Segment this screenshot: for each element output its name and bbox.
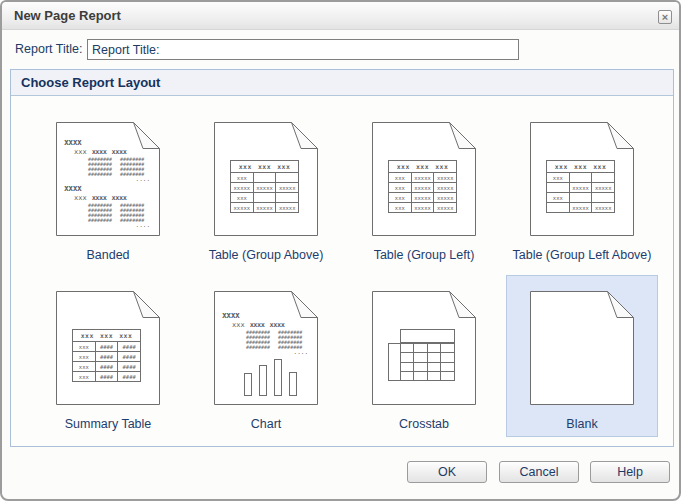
icon-hash-block: ######## ######## ######## ######## [278, 330, 302, 350]
layout-option-blank[interactable]: Blank [506, 275, 658, 437]
layout-option-crosstab[interactable]: Crosstab [348, 275, 500, 437]
icon-table-row: xxxxx xxxxx xxxxx [231, 202, 298, 212]
layout-groupbox: Choose Report Layout xxxx xxx xxxx [10, 69, 674, 447]
icon-table-graphic: xxx xxx xxx xxx xxxxx [546, 160, 615, 213]
icon-glyph-text: xxx [277, 163, 290, 171]
report-title-input[interactable] [87, 39, 519, 60]
icon-table-cell: xxxxx [433, 193, 456, 202]
ok-button[interactable]: OK [407, 461, 487, 483]
layout-option-table-group-above[interactable]: xxx xxx xxx xxx xxxxx xxxx [190, 113, 342, 265]
layout-option-table-group-left[interactable]: xxx xxx xxx xxx xxxxx xxxxx xxx [348, 113, 500, 265]
icon-hash-blocks: ######## ######## ######## ######## ####… [88, 203, 156, 223]
icon-hash-block: ######## ######## ######## ######## [88, 157, 112, 177]
icon-glyph-text: xxx [232, 321, 245, 329]
icon-table-cell: xxxxx [433, 203, 456, 212]
icon-table-graphic: xxx xxx xxx xxx #### #### xxx [72, 329, 141, 382]
icon-hash-block: ######## ######## ######## ######## [88, 203, 112, 223]
layout-option-banded[interactable]: xxxx xxx xxxx xxxx ######## ######## ###… [32, 113, 184, 265]
layout-option-table-group-left-above[interactable]: xxx xxx xxx xxx xxxxx [506, 113, 658, 265]
icon-table-cell: xxx [231, 193, 253, 202]
dialog-titlebar[interactable]: New Page Report × [2, 2, 679, 30]
icon-table-row: xxx xxxxx xxxxx [389, 192, 456, 202]
icon-glyph-dots: .... [64, 177, 156, 181]
new-page-report-dialog: New Page Report × Report Title: Choose R… [0, 0, 681, 501]
icon-glyph-text: xxxx [112, 148, 127, 156]
icon-table-cell: xxxxx [275, 203, 298, 212]
table-icon-content: xxx xxx xxx xxx xxxxx [530, 122, 634, 236]
chart-bar [259, 365, 267, 396]
icon-glyph-text: xxxx [222, 311, 314, 320]
crosstab-icon-content [372, 291, 476, 405]
icon-table-cell: xxx [389, 193, 411, 202]
icon-table-cell: xxxxx [411, 173, 434, 182]
icon-table-cell [275, 173, 298, 182]
table-group-left-above-layout-icon: xxx xxx xxx xxx xxxxx [530, 122, 634, 236]
icon-glyph-text: xxx [100, 332, 113, 340]
icon-table-row: xxx #### #### [73, 361, 140, 371]
icon-table-cell [591, 193, 614, 202]
icon-table-cell: xxx [547, 173, 569, 182]
icon-table-cell: #### [95, 342, 118, 351]
icon-table-row: xxx #### #### [73, 341, 140, 351]
icon-table-graphic: xxx xxx xxx xxx xxxxx xxxx [230, 160, 299, 213]
icon-table-cell: #### [117, 362, 140, 371]
icon-glyph-text: xxx [119, 332, 132, 340]
icon-glyph-row: xxx xxxx xxxx [74, 194, 156, 202]
icon-glyph-text: xxx [74, 194, 87, 202]
icon-table-cell: xxx [389, 173, 411, 182]
report-title-row: Report Title: [2, 38, 679, 62]
icon-glyph-text: xxxx [250, 321, 265, 329]
layout-group-heading: Choose Report Layout [11, 70, 673, 96]
crosstab-layout-icon [372, 291, 476, 405]
icon-glyph-text: xxx [574, 163, 587, 171]
layout-option-label: Summary Table [65, 417, 152, 431]
icon-hash-blocks: ######## ######## ######## ######## ####… [88, 157, 156, 177]
icon-glyph-text: xxxx [92, 194, 107, 202]
layout-option-label: Crosstab [399, 417, 449, 431]
icon-glyph-text: xxx [397, 163, 410, 171]
cancel-button[interactable]: Cancel [499, 461, 579, 483]
icon-hash-block: ######## ######## ######## ######## [120, 203, 144, 223]
summary-table-layout-icon: xxx xxx xxx xxx #### #### xxx [56, 291, 160, 405]
table-icon-content: xxx xxx xxx xxx xxxxx xxxx [214, 122, 318, 236]
layout-option-label: Table (Group Left Above) [513, 248, 652, 262]
icon-table-cell: #### [95, 372, 118, 381]
icon-table-row: xxx [547, 192, 614, 202]
icon-table-cell [591, 173, 614, 182]
report-title-label: Report Title: [15, 42, 82, 56]
icon-table-cell [547, 183, 569, 192]
icon-table-row: xxxxx xxxxx [547, 202, 614, 212]
icon-glyph-text: xxxx [64, 138, 156, 147]
icon-table-cell: xxxxx [433, 173, 456, 182]
icon-glyph-dots: .... [64, 223, 156, 227]
help-button[interactable]: Help [590, 461, 670, 483]
icon-table-cell: xxxxx [411, 183, 434, 192]
icon-table-cell: xxxxx [411, 203, 434, 212]
crosstab-column-header-graphic [400, 329, 455, 343]
icon-table-cell: #### [117, 372, 140, 381]
layout-option-chart[interactable]: xxxx xxx xxxx xxxx ######## ######## ###… [190, 275, 342, 437]
layout-option-label: Banded [86, 248, 129, 262]
icon-table-row: xxx xxxxx xxxxx [389, 172, 456, 182]
icon-table-cell: xxxxx [411, 193, 434, 202]
layout-option-summary-table[interactable]: xxx xxx xxx xxx #### #### xxx [32, 275, 184, 437]
icon-table-cell: xxxxx [231, 183, 253, 192]
close-button[interactable]: × [658, 10, 672, 24]
page-outline [530, 291, 634, 405]
icon-table-row: xxx #### #### [73, 371, 140, 381]
icon-table-header: xxx xxx xxx [231, 161, 298, 172]
icon-table-cell: xxx [73, 362, 95, 371]
table-group-left-layout-icon: xxx xxx xxx xxx xxxxx xxxxx xxx [372, 122, 476, 236]
icon-table-cell: xxxxx [569, 203, 592, 212]
layout-options-grid: xxxx xxx xxxx xxxx ######## ######## ###… [11, 96, 673, 437]
chart-layout-icon: xxxx xxx xxxx xxxx ######## ######## ###… [214, 291, 318, 405]
chart-icon-content: xxxx xxx xxxx xxxx ######## ######## ###… [214, 291, 318, 405]
icon-table-cell [253, 193, 276, 202]
icon-glyph-text: xxx [239, 163, 252, 171]
table-group-above-layout-icon: xxx xxx xxx xxx xxxxx xxxx [214, 122, 318, 236]
icon-table-cell: #### [117, 342, 140, 351]
icon-table-header: xxx xxx xxx [73, 330, 140, 341]
icon-table-row: xxx xxxxx xxxxx [389, 182, 456, 192]
icon-glyph-text: xxxx [92, 148, 107, 156]
icon-table-cell: xxxxx [275, 183, 298, 192]
